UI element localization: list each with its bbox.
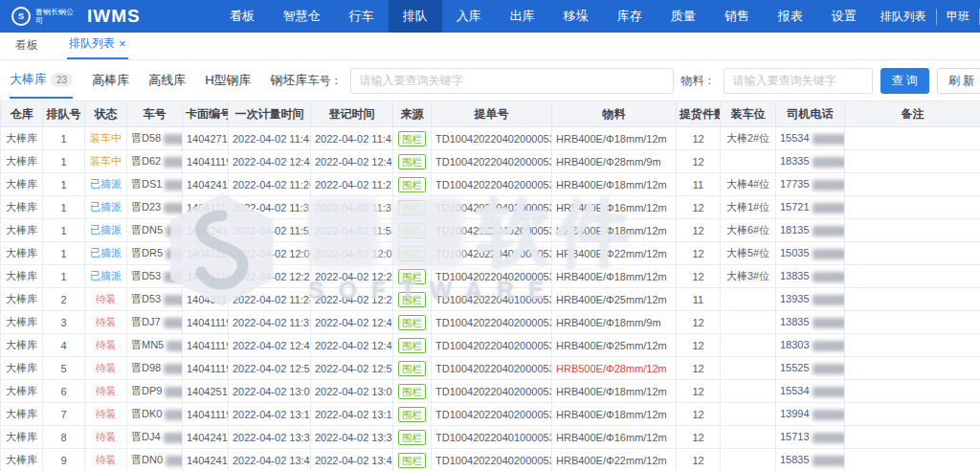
nav-item-7[interactable]: 移垛 (549, 0, 603, 33)
source-tag: 围栏 (398, 131, 426, 146)
nav-item-3[interactable]: 行车 (335, 0, 389, 33)
cell-card-no: 14042419 (183, 449, 229, 471)
shift-selector[interactable]: 甲班 (936, 9, 979, 25)
nav-item-1[interactable]: 看板 (215, 0, 269, 33)
material-search-input[interactable] (724, 68, 873, 94)
cell-weigh-time: 2022-04-02 12:46 (229, 150, 311, 173)
table-row[interactable]: 大棒库8待装晋DJ4140424192022-04-02 13:332022-0… (1, 426, 980, 449)
cell-card-no: 14041119 (183, 311, 229, 334)
cell-card-no: 14042419 (183, 219, 229, 242)
vehicle-search-input[interactable] (350, 68, 674, 94)
status-badge: 待装 (96, 293, 117, 304)
warehouse-tab-label: 高棒库 (92, 72, 129, 89)
cell-card-no: 14041119 (183, 150, 229, 173)
warehouse-tab-2[interactable]: 高棒库 (92, 63, 129, 98)
redacted-blur (813, 364, 845, 374)
nav-item-10[interactable]: 销售 (710, 0, 764, 33)
cell-card-no: 14041119 (183, 403, 229, 426)
status-badge: 已摘派 (90, 224, 122, 236)
nav-item-2[interactable]: 智慧仓 (269, 0, 335, 33)
table-row[interactable]: 大棒库1已摘派晋DS1140424192022-04-02 11:262022-… (1, 173, 980, 196)
cell-vehicle: 晋DN0 (127, 449, 183, 471)
cell-qty: 12 (677, 242, 721, 265)
nav-item-4[interactable]: 排队 (389, 0, 442, 33)
cell-source: 围栏 (393, 150, 432, 173)
cell-remark (845, 196, 980, 219)
cell-warehouse: 大棒库 (1, 196, 43, 219)
cell-source: 围栏 (393, 403, 432, 426)
warehouse-tab-3[interactable]: 高线库 (148, 63, 186, 98)
cell-vehicle: 晋DP9 (127, 380, 183, 403)
cell-bill-no: TD10042022040200005319 (432, 127, 552, 150)
cell-register-time: 2022-04-02 13:15 (311, 403, 393, 426)
table-row[interactable]: 大棒库1已摘派晋D53140411192022-04-02 12:212022-… (1, 265, 980, 288)
cell-bill-no: TD10042022040200005319 (432, 150, 552, 173)
cell-position (721, 311, 776, 334)
redacted-blur (813, 134, 845, 145)
cell-phone: 15721 (776, 196, 845, 219)
refresh-button[interactable]: 刷 新 (937, 68, 980, 94)
close-tab-icon[interactable]: × (119, 39, 126, 49)
status-badge: 待装 (96, 431, 117, 442)
search-button[interactable]: 查 询 (880, 68, 929, 94)
table-row[interactable]: 大棒库6待装晋DP9140425192022-04-02 13:092022-0… (1, 380, 980, 403)
cell-weigh-time: 2022-04-02 13:33 (229, 426, 311, 449)
redacted-blur (164, 272, 182, 282)
table-row[interactable]: 大棒库9待装晋DN0140424192022-04-02 13:432022-0… (1, 449, 980, 471)
table-row[interactable]: 大棒库7待装晋DK0140411192022-04-02 13:152022-0… (1, 403, 980, 426)
warehouse-tab-5[interactable]: 钢坯库 (271, 63, 308, 98)
table-row[interactable]: 大棒库1装车中晋D58140427192022-04-02 11:432022-… (1, 127, 980, 150)
table-row[interactable]: 大棒库3待装晋DJ7140411192022-04-02 11:322022-0… (1, 311, 980, 334)
table-row[interactable]: 大棒库2待装晋D53140431192022-04-02 11:242022-0… (1, 288, 980, 311)
cell-queue-no: 3 (43, 311, 85, 334)
cell-warehouse: 大棒库 (1, 127, 43, 150)
cell-position: 大棒6#位 (721, 219, 776, 242)
status-badge: 待装 (96, 339, 117, 350)
table-row[interactable]: 大棒库1已摘派晋D23140411192022-04-02 11:312022-… (1, 196, 980, 219)
cell-vehicle: 晋DR5 (127, 242, 183, 265)
nav-item-12[interactable]: 设置 (817, 0, 871, 33)
cell-material: HRB400E/Φ25mm/12m (552, 334, 677, 357)
cell-queue-no: 1 (43, 219, 85, 242)
redacted-blur (165, 410, 182, 420)
source-tag: 围栏 (398, 453, 426, 468)
cell-source: 围栏 (393, 242, 432, 265)
table-row[interactable]: 大棒库1已摘派晋DR5140411192022-04-02 12:022022-… (1, 242, 980, 265)
redacted-blur (813, 295, 845, 305)
warehouse-tab-4[interactable]: H型钢库 (205, 63, 251, 98)
cell-remark (845, 426, 980, 449)
table-row[interactable]: 大棒库1已摘派晋DN5140424192022-04-02 11:522022-… (1, 219, 980, 242)
redacted-blur (164, 157, 182, 168)
warehouse-tab-1[interactable]: 大棒库23 (10, 62, 73, 99)
redacted-blur (813, 433, 845, 443)
cell-phone: 15835 (776, 449, 845, 471)
source-tag: 围栏 (398, 269, 426, 284)
column-header: 物料 (552, 101, 677, 127)
cell-bill-no: TD10042022040200005319 (432, 196, 552, 219)
current-page-label: 排队列表 (871, 9, 936, 25)
table-row[interactable]: 大棒库4待装晋MN5140411192022-04-02 12:492022-0… (1, 334, 980, 357)
table-row[interactable]: 大棒库5待装晋D98140411192022-04-02 12:502022-0… (1, 357, 980, 380)
table-row[interactable]: 大棒库1装车中晋D62140411192022-04-02 12:462022-… (1, 150, 980, 173)
source-tag: 围栏 (398, 200, 426, 215)
tab-2[interactable]: 排队列表× (67, 30, 128, 59)
cell-queue-no: 1 (43, 242, 85, 265)
nav-item-6[interactable]: 出库 (496, 0, 549, 33)
tab-1[interactable]: 看板 (13, 32, 40, 59)
cell-remark (845, 127, 980, 150)
cell-status: 待装 (85, 334, 127, 357)
cell-phone: 13994 (776, 403, 845, 426)
nav-item-5[interactable]: 入库 (442, 0, 496, 33)
cell-warehouse: 大棒库 (1, 380, 43, 403)
cell-source: 围栏 (393, 288, 432, 311)
cell-source: 围栏 (393, 196, 432, 219)
cell-qty: 12 (677, 380, 721, 403)
cell-queue-no: 1 (43, 127, 85, 150)
cell-position: 大棒5#位 (721, 242, 776, 265)
cell-register-time: 2022-04-02 12:49 (311, 334, 393, 357)
nav-item-11[interactable]: 报表 (764, 0, 817, 33)
nav-item-8[interactable]: 库存 (603, 0, 657, 33)
status-badge: 待装 (96, 408, 117, 419)
nav-item-9[interactable]: 质量 (657, 0, 710, 33)
cell-material: HRB400E/Φ18mm/12m (552, 219, 677, 242)
